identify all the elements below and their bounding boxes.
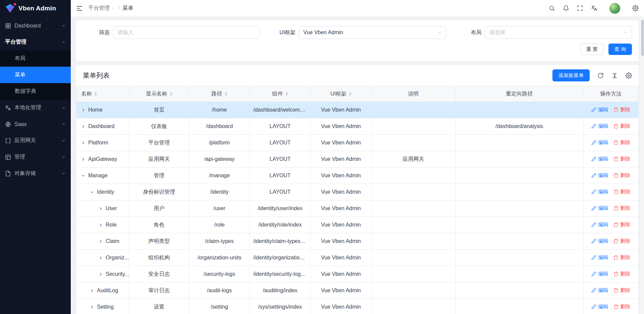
edit-button[interactable]: 编辑 [591,172,608,179]
sidebar-subitem-layout[interactable]: 布局 [0,50,71,67]
sidebar-item-storage[interactable]: 对象存储 [0,165,71,182]
expand-caret-icon[interactable] [90,190,94,194]
delete-button[interactable]: 删除 [613,205,630,211]
expand-caret-icon[interactable] [99,256,103,260]
edit-button[interactable]: 编辑 [591,238,608,244]
edit-button[interactable]: 编辑 [591,205,608,211]
delete-button[interactable]: 删除 [613,107,630,113]
expand-caret-icon[interactable] [81,157,86,162]
column-header-ui-framework[interactable]: UI框架 [311,86,372,102]
delete-button[interactable]: 删除 [613,222,630,228]
delete-button[interactable]: 删除 [613,189,630,195]
column-header-name[interactable]: 名称 [76,86,129,102]
delete-button[interactable]: 删除 [613,123,630,129]
edit-button[interactable]: 编辑 [591,304,608,310]
column-label: 组件 [272,90,283,98]
expand-caret-icon[interactable] [99,272,103,276]
sort-icon[interactable] [170,92,172,96]
edit-button[interactable]: 编辑 [591,287,608,294]
edit-button[interactable]: 编辑 [591,123,608,129]
cell-actions: 编辑删除 [583,135,638,151]
table-row[interactable]: Identity身份标识管理/identityLAYOUTVue Vben Ad… [76,184,639,200]
expand-caret-icon[interactable] [99,223,103,227]
sidebar-subitem-data-dictionary[interactable]: 数据字典 [0,83,71,100]
expand-caret-icon[interactable] [81,124,86,129]
delete-button[interactable]: 删除 [613,238,630,244]
cell-actions: 编辑删除 [583,184,638,200]
edit-button[interactable]: 编辑 [591,107,608,113]
table-row[interactable]: Setting设置/setting/sys/settings/indexVue … [76,299,639,314]
column-settings-icon[interactable] [626,72,632,79]
edit-button[interactable]: 编辑 [591,139,608,146]
table-row[interactable]: Claim声明类型/claim-types/identity/claim-typ… [76,233,639,250]
column-header-path[interactable]: 路径 [189,86,250,102]
delete-button[interactable]: 删除 [613,271,630,277]
search-icon[interactable] [549,5,555,11]
menu-fold-icon[interactable] [76,5,83,12]
settings-icon[interactable] [632,5,639,11]
add-menu-button[interactable]: 添加新菜单 [552,69,590,81]
sidebar-item-platform-management[interactable]: 平台管理 [0,34,71,50]
delete-button[interactable]: 删除 [613,287,630,294]
refresh-icon[interactable] [597,72,604,79]
notification-icon[interactable] [563,5,569,11]
table-row[interactable]: Platform平台管理/platformLAYOUTVue Vben Admi… [76,135,639,151]
logo[interactable]: Vben Admin [0,0,71,17]
delete-button[interactable]: 删除 [613,254,630,261]
delete-icon [613,189,619,194]
expand-caret-icon[interactable] [90,289,94,293]
table-row[interactable]: ApiGateway应用网关/api-gatewayLAYOUTVue Vben… [76,151,639,168]
delete-button[interactable]: 删除 [613,139,630,146]
translate-icon[interactable] [591,5,597,11]
expand-caret-icon[interactable] [99,239,103,244]
table-row[interactable]: Role角色/role/identity/role/indexVue Vben … [76,217,639,233]
edit-button[interactable]: 编辑 [591,156,608,162]
sidebar-item-localization[interactable]: 本地化管理 [0,100,71,116]
sidebar-subitem-menu[interactable]: 菜单 [0,67,71,83]
expand-caret-icon[interactable] [81,174,86,178]
sidebar-item-manage[interactable]: 管理 [0,149,71,165]
sidebar-item-dashboard[interactable]: Dashboard [0,17,71,34]
filter-select-ui-framework[interactable]: Vue Vben Admin [299,26,446,39]
scrollbar[interactable] [641,17,644,314]
filter-select-layout[interactable]: 请选择 [485,26,632,39]
cell-name: Manage [88,173,108,179]
edit-icon [591,140,596,145]
edit-button[interactable]: 编辑 [591,222,608,228]
cell-name: ApiGateway [88,156,117,162]
table-row[interactable]: Security...安全日志/security-logs/identity/s… [76,266,639,282]
sidebar-item-saas[interactable]: Saas [0,116,71,132]
fullscreen-icon[interactable] [577,5,583,11]
sort-icon[interactable] [349,92,352,96]
breadcrumb-parent[interactable]: 平台管理 [88,5,115,12]
filter-input-filter[interactable] [113,26,260,39]
column-header-display-name[interactable]: 显示名称 [129,86,189,102]
sort-icon[interactable] [225,92,227,96]
search-button[interactable]: 查 询 [608,44,632,55]
reset-button[interactable]: 重 置 [580,44,604,55]
delete-button[interactable]: 删除 [613,156,630,162]
expand-caret-icon[interactable] [81,141,86,145]
scrollbar-thumb[interactable] [641,20,644,56]
delete-button[interactable]: 删除 [613,172,630,179]
row-height-icon[interactable] [611,72,618,79]
table-row[interactable]: User用户/user/identity/user/indexVue Vben … [76,200,639,217]
table-row[interactable]: Organiz...组织机构/organization-units/identi… [76,250,639,266]
avatar[interactable] [609,3,620,14]
table-row[interactable]: Home首页/home/dashboard/welcome/in...Vue V… [76,102,639,118]
expand-caret-icon[interactable] [99,206,103,211]
edit-button[interactable]: 编辑 [591,189,608,195]
sort-icon[interactable] [285,92,288,96]
table-row[interactable]: Manage管理/manageLAYOUTVue Vben Admin编辑删除 [76,168,639,184]
expand-caret-icon[interactable] [81,108,86,112]
sidebar-item-gateway[interactable]: 应用网关 [0,132,71,149]
table-row[interactable]: AuditLog审计日志/audit-logs/auditing/indexVu… [76,282,639,299]
delete-icon [613,255,619,260]
table-row[interactable]: Dashboard仪表板/dashboardLAYOUTVue Vben Adm… [76,118,639,135]
expand-caret-icon[interactable] [90,305,94,309]
sort-icon[interactable] [94,92,97,96]
column-header-component[interactable]: 组件 [250,86,311,102]
delete-button[interactable]: 删除 [613,304,630,310]
edit-button[interactable]: 编辑 [591,271,608,277]
edit-button[interactable]: 编辑 [591,254,608,261]
